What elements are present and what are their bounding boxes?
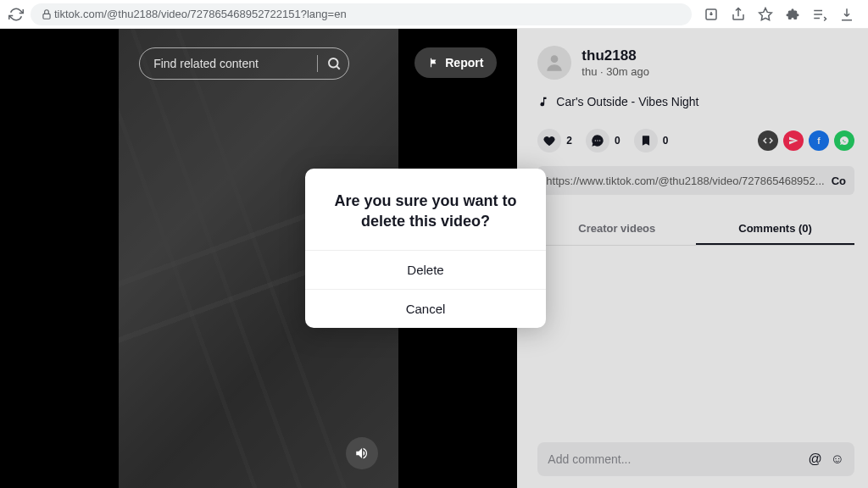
user-info: thu2188 thu · 30m ago <box>581 47 649 78</box>
volume-button[interactable] <box>346 437 378 469</box>
avatar-icon <box>543 52 565 74</box>
share-url: https://www.tiktok.com/@thu2188/video/72… <box>546 175 824 187</box>
mention-icon[interactable]: @ <box>808 452 821 467</box>
like-count: 2 <box>566 135 572 147</box>
emoji-icon[interactable]: ☺ <box>831 452 844 467</box>
svg-marker-2 <box>760 8 772 19</box>
svg-point-6 <box>597 140 598 141</box>
share-icon[interactable] <box>731 7 746 22</box>
comment-input[interactable]: Add comment... @ ☺ <box>537 442 854 476</box>
reload-icon[interactable] <box>8 7 24 22</box>
share-link-box: https://www.tiktok.com/@thu2188/video/72… <box>537 166 854 195</box>
avatar[interactable] <box>537 46 571 80</box>
svg-point-4 <box>551 55 559 63</box>
whatsapp-icon[interactable] <box>834 130 854 151</box>
user-handle[interactable]: thu2188 <box>581 47 649 64</box>
delete-confirmation-modal: Are you sure you want to delete this vid… <box>305 169 546 329</box>
save-count: 0 <box>663 135 669 147</box>
report-label: Report <box>445 56 483 69</box>
music-row[interactable]: Car's Outside - Vibes Night <box>537 95 854 108</box>
tab-comments[interactable]: Comments (0) <box>696 214 854 245</box>
comment-icon <box>586 129 609 152</box>
search-placeholder: Find related content <box>153 57 259 70</box>
flag-icon <box>428 57 440 69</box>
share-icons: f <box>758 130 854 151</box>
cancel-button[interactable]: Cancel <box>305 289 546 328</box>
volume-icon <box>354 446 370 461</box>
facebook-icon[interactable]: f <box>809 130 829 151</box>
svg-rect-0 <box>43 14 50 19</box>
engagement-row: 2 0 0 <box>537 129 854 152</box>
url-bar[interactable]: tiktok.com/@thu2188/video/72786546895272… <box>31 3 692 25</box>
puzzle-icon[interactable] <box>785 7 800 22</box>
lock-icon <box>41 8 53 20</box>
send-icon[interactable] <box>783 130 804 151</box>
user-subline: thu · 30m ago <box>581 65 649 78</box>
comment-item[interactable]: 0 <box>586 129 620 152</box>
search-divider <box>317 55 318 72</box>
svg-point-5 <box>595 140 596 141</box>
svg-point-3 <box>329 58 338 68</box>
star-icon[interactable] <box>758 7 773 22</box>
bookmark-icon <box>634 129 658 152</box>
tab-creator-videos[interactable]: Creator videos <box>537 214 696 245</box>
install-icon[interactable] <box>704 7 719 22</box>
tabs: Creator videos Comments (0) <box>537 214 854 246</box>
comment-count: 0 <box>615 135 620 147</box>
url-text: tiktok.com/@thu2188/video/72786546895272… <box>54 8 347 20</box>
modal-title: Are you sure you want to delete this vid… <box>305 169 546 251</box>
delete-button[interactable]: Delete <box>305 250 546 289</box>
browser-toolbar: tiktok.com/@thu2188/video/72786546895272… <box>0 0 868 29</box>
save-item[interactable]: 0 <box>634 129 669 152</box>
browser-actions <box>698 7 860 22</box>
like-item[interactable]: 2 <box>537 129 572 152</box>
embed-icon[interactable] <box>758 130 778 151</box>
music-title: Car's Outside - Vibes Night <box>556 95 698 108</box>
sidebar: thu2188 thu · 30m ago Car's Outside - Vi… <box>517 29 868 488</box>
search-icon[interactable] <box>326 56 342 71</box>
music-icon <box>537 96 549 108</box>
svg-point-7 <box>599 140 600 141</box>
related-search[interactable]: Find related content <box>139 47 349 80</box>
heart-icon <box>537 129 561 152</box>
comment-placeholder: Add comment... <box>548 452 631 466</box>
playlist-icon[interactable] <box>812 7 827 22</box>
copy-link-label[interactable]: Co <box>832 175 846 187</box>
user-row: thu2188 thu · 30m ago <box>537 29 854 80</box>
download-icon[interactable] <box>839 7 854 22</box>
report-button[interactable]: Report <box>415 47 497 78</box>
